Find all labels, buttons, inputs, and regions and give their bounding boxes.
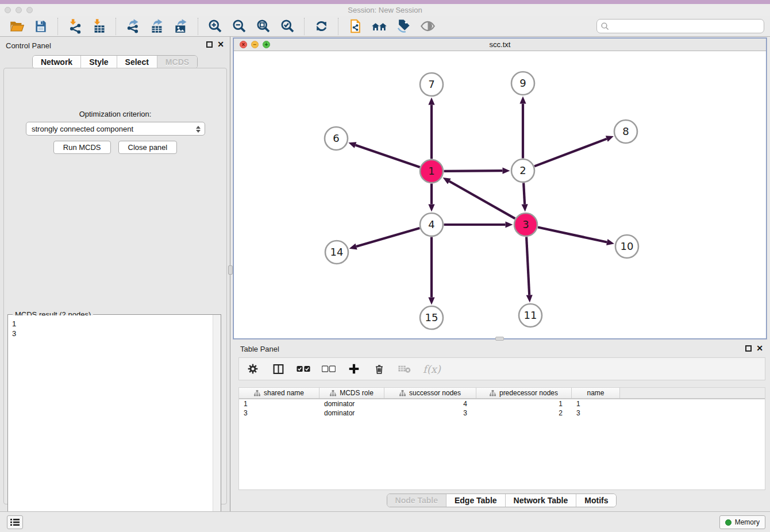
graph-node-label: 10 [621,240,634,252]
zoom-in-icon[interactable] [206,18,224,35]
memory-button[interactable]: Memory [719,515,765,529]
run-mcds-button[interactable]: Run MCDS [53,141,111,154]
graph-edge[interactable] [538,228,607,242]
zoom-out-icon[interactable] [230,18,248,35]
node-table: shared name MCDS role successor nodes pr… [238,387,765,490]
apply-layout-icon[interactable] [313,18,330,35]
close-panel-button[interactable]: Close panel [118,141,178,154]
tab-edge-table[interactable]: Edge Table [446,494,506,507]
float-panel-icon[interactable] [206,41,213,48]
add-row-icon[interactable] [347,362,361,376]
table-header-row: shared name MCDS role successor nodes pr… [239,388,765,399]
graph-node-label: 7 [428,78,434,90]
export-network-icon[interactable] [124,18,141,35]
cell-predecessor-nodes[interactable]: 2 [476,408,572,418]
deselect-all-checkboxes-icon[interactable] [322,362,336,376]
import-table-icon[interactable] [90,18,107,35]
search-input[interactable] [610,21,764,32]
column-header-successor-nodes[interactable]: successor nodes [384,388,476,398]
network-window-title: scc.txt [234,40,766,49]
cell-name[interactable]: 3 [572,408,620,418]
close-table-panel-icon[interactable]: ✕ [756,345,763,352]
label-visibility-icon[interactable] [395,18,412,35]
tab-network-table[interactable]: Network Table [506,494,577,507]
tab-select[interactable]: Select [117,56,157,68]
graph-edge[interactable] [534,139,607,167]
open-file-icon[interactable] [8,18,25,35]
horizontal-splitter-handle[interactable] [495,337,504,341]
graph-node-label: 2 [519,164,526,176]
graph-edge-arrowhead [348,142,356,148]
graph-node-label: 9 [519,77,526,89]
zoom-selected-icon[interactable] [279,18,296,35]
zoom-fit-icon[interactable] [255,18,272,35]
network-graph[interactable]: 7968124314101511 [234,51,766,338]
table-panel: Table Panel ✕ [233,342,770,511]
export-image-icon[interactable] [172,18,190,35]
search-box[interactable] [596,19,764,33]
delete-table-icon[interactable] [398,362,411,376]
graph-edge-arrowhead [428,298,434,305]
cell-mcds-role[interactable]: dominator [319,399,384,408]
network-from-selection-icon[interactable] [346,18,364,35]
graph-edge[interactable] [449,182,515,219]
network-window-titlebar[interactable]: × − + scc.txt [234,38,766,51]
tab-mcds[interactable]: MCDS [157,56,197,68]
graph-edge[interactable] [356,145,420,167]
cell-successor-nodes[interactable]: 3 [384,408,476,418]
window-top-accent [0,0,770,4]
search-icon [600,22,610,31]
task-history-button[interactable] [7,515,23,529]
graph-edge[interactable] [526,237,529,295]
titlebar: Session: New Session [0,4,770,16]
mcds-result-text[interactable]: 1 3 [9,315,212,529]
table-toolbar: f(x) [238,357,765,380]
graph-edge-arrowhead [606,136,614,141]
network-view-window: × − + scc.txt 7968124314101511 [233,38,767,339]
cell-predecessor-nodes[interactable]: 1 [476,399,572,408]
graph-edge-arrowhead [522,204,528,211]
graph-edge-arrowhead [526,295,533,302]
column-header-mcds-role[interactable]: MCDS role [319,388,384,398]
float-table-panel-icon[interactable] [745,345,752,352]
table-row[interactable]: 3 dominator 3 2 3 [239,408,765,418]
save-session-icon[interactable] [32,18,49,35]
column-header-shared-name[interactable]: shared name [239,388,319,398]
function-builder-icon[interactable]: f(x) [423,363,441,375]
delete-row-trash-icon[interactable] [372,362,386,376]
first-neighbors-icon[interactable] [371,18,388,35]
cell-successor-nodes[interactable]: 4 [384,399,476,408]
cell-shared-name[interactable]: 3 [239,408,319,418]
graph-node-label: 1 [428,165,434,177]
toolbar-separator [304,18,305,35]
tab-network[interactable]: Network [33,56,81,68]
cell-shared-name[interactable]: 1 [239,399,319,408]
criterion-select[interactable]: strongly connected component [26,122,205,136]
column-header-filler [620,388,765,398]
table-row[interactable]: 1 dominator 4 1 1 [239,399,765,408]
column-header-name[interactable]: name [572,388,620,398]
show-hide-details-icon[interactable] [419,18,436,35]
export-table-icon[interactable] [148,18,165,35]
graph-edge[interactable] [356,228,419,246]
criterion-value: strongly connected component [32,125,133,133]
graph-node-label: 14 [330,246,344,258]
vertical-splitter-handle[interactable] [228,265,233,275]
cell-name[interactable]: 1 [572,399,620,408]
result-scrollbar[interactable] [213,315,221,530]
list-icon [10,518,20,526]
cell-mcds-role[interactable]: dominator [319,408,384,418]
settings-gear-icon[interactable] [246,362,260,376]
select-all-checkboxes-icon[interactable] [297,362,310,376]
column-header-predecessor-nodes[interactable]: predecessor nodes [476,388,572,398]
tab-style[interactable]: Style [81,56,117,68]
split-columns-icon[interactable] [271,362,285,376]
tab-node-table[interactable]: Node Table [387,494,446,507]
graph-edge[interactable] [523,183,525,204]
tab-motifs[interactable]: Motifs [576,494,616,507]
graph-edge-arrowhead [428,98,434,105]
graph-edge[interactable] [444,171,502,171]
close-panel-icon[interactable]: ✕ [217,41,224,48]
import-network-icon[interactable] [66,18,83,35]
toolbar-separator [338,18,338,35]
